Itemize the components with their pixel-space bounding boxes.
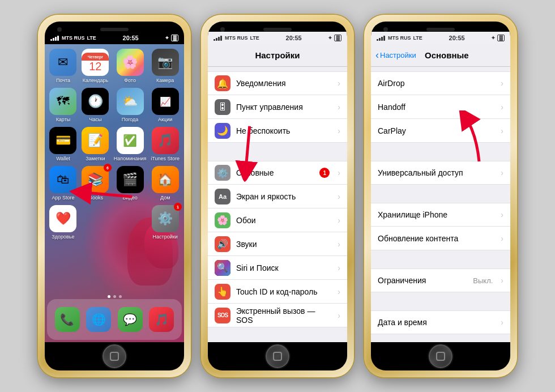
- signal-icon-3: [377, 36, 385, 41]
- general-row-accessibility[interactable]: Универсальный доступ ›: [371, 161, 510, 185]
- iphone-1: MTS RUS LTE 20:55 ✦ ▓ ✉: [38, 15, 191, 377]
- dock-phone[interactable]: 📞: [55, 307, 80, 332]
- dock: 📞 🌐 💬 🎵: [47, 299, 182, 340]
- carplay-label: CarPlay: [378, 126, 495, 135]
- settings-row-controlcenter[interactable]: 🎛 Пункт управления ›: [208, 95, 347, 119]
- siri-chevron: ›: [338, 263, 340, 272]
- app-settings-label: Настройки: [153, 234, 178, 240]
- general-nav-bar: ‹ Настройки Основные: [371, 44, 510, 67]
- settings-screen: Настройки 🔔 Уведомления › 🎛 Пункт управл…: [208, 44, 347, 342]
- app-settings[interactable]: ⚙️ 1 Настройки: [151, 205, 180, 240]
- dock-safari[interactable]: 🌐: [86, 307, 111, 332]
- back-label: Настройки: [380, 51, 416, 59]
- general-section-2: Универсальный доступ ›: [371, 161, 510, 185]
- app-itunes[interactable]: 🎵 iTunes Store: [151, 127, 180, 161]
- sos-icon: SOS: [215, 308, 230, 323]
- status-carrier-2: MTS RUS LTE: [214, 35, 259, 41]
- app-videos[interactable]: 🎬 Видео: [114, 166, 146, 201]
- app-clock[interactable]: 🕐 Часы: [82, 88, 109, 122]
- settings-row-dnd[interactable]: 🌙 Не беспокоить ›: [208, 119, 347, 143]
- home-button-inner-3: [436, 352, 445, 361]
- status-time: 20:55: [123, 35, 139, 41]
- airdrop-label: AirDrop: [378, 79, 495, 88]
- app-home[interactable]: 🏠 Дом: [151, 166, 180, 201]
- nav-back-button[interactable]: ‹ Настройки: [375, 50, 416, 61]
- battery-icon-3: ▓: [497, 35, 505, 41]
- general-row-restrictions[interactable]: Ограничения Выкл. ›: [371, 269, 510, 292]
- siri-label: Siri и Поиск: [236, 263, 332, 272]
- bluetooth-icon-2: ✦: [328, 35, 332, 41]
- general-icon: ⚙️: [215, 165, 230, 181]
- dnd-icon: 🌙: [215, 123, 230, 139]
- siri-icon: 🔍: [215, 260, 230, 276]
- app-notes-label: Заметки: [86, 156, 105, 161]
- app-reminders[interactable]: ✅ Напоминания: [114, 127, 146, 161]
- settings-row-general[interactable]: ⚙️ Основные 1 ›: [208, 161, 347, 185]
- refresh-label: Обновление контента: [378, 234, 495, 243]
- app-calendar[interactable]: Четверг 12 Календарь: [82, 49, 109, 83]
- status-time-3: 20:55: [449, 35, 465, 41]
- app-health[interactable]: ❤️ Здоровье: [49, 205, 77, 240]
- general-row-handoff[interactable]: Handoff ›: [371, 95, 510, 119]
- app-stocks-label: Акции: [158, 117, 172, 122]
- app-weather[interactable]: ⛅ Погода: [114, 88, 146, 122]
- app-appstore[interactable]: 🛍 App Store: [49, 166, 77, 201]
- home-button-2[interactable]: [266, 344, 289, 368]
- wallpaper-chevron: ›: [338, 216, 340, 225]
- app-wallet[interactable]: 💳 Wallet: [49, 127, 77, 161]
- home-button-3[interactable]: [429, 344, 452, 368]
- status-icons-2: ✦ ▓: [328, 35, 341, 41]
- accessibility-label: Универсальный доступ: [378, 168, 495, 177]
- app-camera[interactable]: 📷 Камера: [151, 49, 180, 83]
- settings-row-sounds[interactable]: 🔊 Звуки ›: [208, 232, 347, 256]
- general-row-storage[interactable]: Хранилище iPhone ›: [371, 203, 510, 227]
- ibooks-badge: 6: [104, 164, 112, 172]
- app-stocks[interactable]: 📈 Акции: [151, 88, 180, 122]
- speaker-grille: [100, 28, 129, 31]
- general-nav-title: Основные: [425, 50, 469, 60]
- general-row-airdrop[interactable]: AirDrop ›: [371, 71, 510, 95]
- storage-label: Хранилище iPhone: [378, 210, 495, 219]
- airdrop-chevron: ›: [501, 79, 503, 88]
- app-calendar-label: Календарь: [83, 78, 108, 83]
- iphone-2: MTS RUS LTE 20:55 ✦ ▓ Настройки 🔔 Уведом…: [201, 15, 354, 377]
- app-notes[interactable]: 📝 Заметки: [82, 127, 109, 161]
- refresh-chevron: ›: [501, 234, 503, 243]
- dock-music[interactable]: 🎵: [149, 307, 174, 332]
- settings-row-display[interactable]: Aa Экран и яркость ›: [208, 185, 347, 208]
- app-mail[interactable]: ✉ Почта: [49, 49, 77, 83]
- settings-nav-title: Настройки: [255, 50, 300, 60]
- home-button-inner-2: [273, 352, 282, 361]
- general-section-4: Ограничения Выкл. ›: [371, 269, 510, 292]
- general-row-carplay[interactable]: CarPlay ›: [371, 119, 510, 143]
- restrictions-chevron: ›: [501, 276, 503, 285]
- settings-row-wallpaper[interactable]: 🌸 Обои ›: [208, 208, 347, 232]
- camera-dot-3: [383, 27, 388, 32]
- app-home-label: Дом: [160, 195, 170, 201]
- home-screen: ✉ Почта Четверг 12 Календарь 🌸 Фото: [45, 44, 184, 342]
- general-row-datetime[interactable]: Дата и время ›: [371, 310, 510, 334]
- settings-row-touchid[interactable]: 👆 Touch ID и код-пароль ›: [208, 280, 347, 304]
- iphone-3: MTS RUS LTE 20:55 ✦ ▓ ‹ Настройки Основн…: [364, 15, 517, 377]
- app-maps[interactable]: 🗺 Карты: [49, 88, 77, 122]
- battery-icon-2: ▓: [334, 35, 341, 41]
- settings-row-siri[interactable]: 🔍 Siri и Поиск ›: [208, 256, 347, 280]
- app-ibooks[interactable]: 📚 6 iBooks: [82, 166, 109, 201]
- home-button-1[interactable]: [103, 344, 126, 368]
- app-photos[interactable]: 🌸 Фото: [114, 49, 146, 83]
- app-maps-label: Карты: [56, 117, 71, 122]
- settings-row-sos[interactable]: SOS Экстренный вызов — SOS ›: [208, 304, 347, 327]
- settings-row-notifications[interactable]: 🔔 Уведомления ›: [208, 71, 347, 95]
- status-carrier: MTS RUS LTE: [50, 35, 96, 41]
- status-bar-3: MTS RUS LTE 20:55 ✦ ▓: [371, 32, 510, 44]
- signal-icon: [50, 36, 59, 41]
- general-row-refresh[interactable]: Обновление контента ›: [371, 227, 510, 250]
- camera-dot: [57, 27, 62, 32]
- section-gap-g2: [371, 185, 510, 198]
- settings-section-2: ⚙️ Основные 1 ›: [208, 161, 347, 327]
- wallpaper-label: Обои: [236, 216, 332, 225]
- general-screen: ‹ Настройки Основные AirDrop › Handoff ›: [371, 44, 510, 342]
- dnd-label: Не беспокоить: [236, 126, 332, 135]
- sos-label: Экстренный вызов — SOS: [236, 306, 332, 325]
- dock-messages[interactable]: 💬: [118, 307, 143, 332]
